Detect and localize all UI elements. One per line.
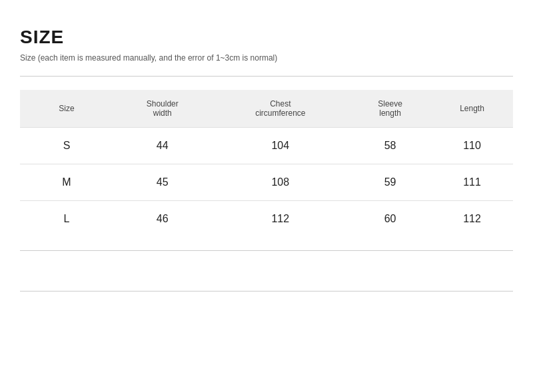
table-header-row: Size Shoulderwidth Chestcircumference Sl… (20, 90, 513, 128)
cell-size: L (20, 201, 113, 238)
table-row: L4611260112 (20, 201, 513, 238)
table-row: M4510859111 (20, 164, 513, 201)
header-chest-circumference: Chestcircumference (211, 90, 349, 128)
footer-divider (20, 291, 513, 292)
cell-sleeve_length: 59 (349, 164, 431, 201)
header-sleeve-length: Sleevelength (349, 90, 431, 128)
bottom-divider (20, 250, 513, 251)
table-row: S4410458110 (20, 128, 513, 164)
cell-length: 110 (431, 128, 513, 164)
cell-length: 111 (431, 164, 513, 201)
cell-size: S (20, 128, 113, 164)
page-container: SIZE Size (each item is measured manuall… (0, 0, 533, 305)
size-table: Size Shoulderwidth Chestcircumference Sl… (20, 90, 513, 237)
page-subtitle: Size (each item is measured manually, an… (20, 53, 513, 63)
cell-chest_circumference: 112 (211, 201, 349, 238)
cell-length: 112 (431, 201, 513, 238)
cell-sleeve_length: 58 (349, 128, 431, 164)
top-divider (20, 76, 513, 77)
header-length: Length (431, 90, 513, 128)
cell-size: M (20, 164, 113, 201)
cell-sleeve_length: 60 (349, 201, 431, 238)
cell-shoulder_width: 45 (113, 164, 211, 201)
page-title: SIZE (20, 27, 513, 48)
cell-shoulder_width: 46 (113, 201, 211, 238)
header-size: Size (20, 90, 113, 128)
cell-shoulder_width: 44 (113, 128, 211, 164)
cell-chest_circumference: 104 (211, 128, 349, 164)
cell-chest_circumference: 108 (211, 164, 349, 201)
header-shoulder-width: Shoulderwidth (113, 90, 211, 128)
